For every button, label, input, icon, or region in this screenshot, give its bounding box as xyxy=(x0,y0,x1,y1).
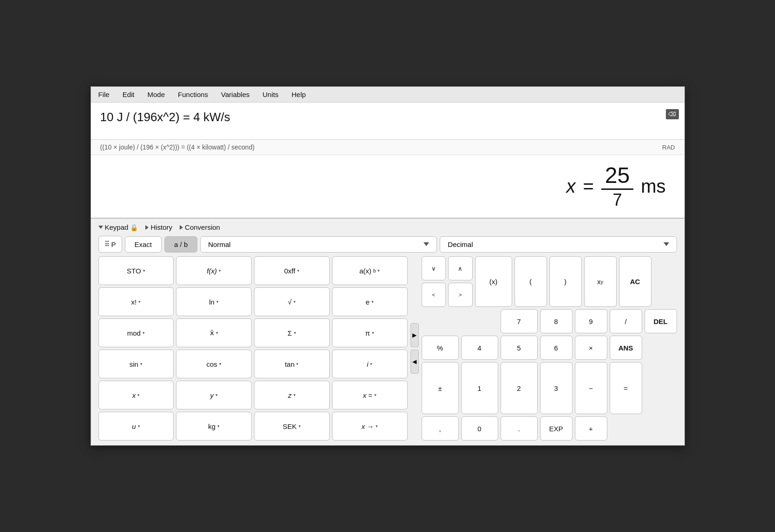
decimal-dropdown[interactable]: Decimal xyxy=(440,236,677,253)
exp-button[interactable]: EXP xyxy=(540,416,573,441)
six-button[interactable]: 6 xyxy=(540,336,573,360)
sin-button[interactable]: sin ▾ xyxy=(98,350,174,378)
keypad-header: Keypad 🔒 History Conversion xyxy=(98,223,677,231)
xbar-button[interactable]: x̄ ▾ xyxy=(176,318,252,347)
xy-button[interactable]: xy xyxy=(584,256,617,307)
keypad-chevron-down-icon xyxy=(98,226,103,229)
sek-button[interactable]: SEK ▾ xyxy=(254,412,330,441)
parsed-expression: ((10 × joule) / (196 × (x^2))) = ((4 × k… xyxy=(100,143,255,151)
del-button[interactable]: DEL xyxy=(645,309,677,333)
cos-button[interactable]: cos ▾ xyxy=(176,350,252,378)
menu-bar: File Edit Mode Functions Variables Units… xyxy=(91,87,684,103)
nine-button[interactable]: 9 xyxy=(575,309,607,333)
main-expression[interactable]: 10 J / (196x^2) = 4 kW/s xyxy=(100,110,675,124)
open-paren-button[interactable]: ( xyxy=(514,256,547,307)
nav-left-button[interactable]: ＜ xyxy=(422,283,446,307)
four-button[interactable]: 4 xyxy=(461,336,498,360)
conversion-chevron-right-icon xyxy=(180,225,183,230)
kg-button[interactable]: kg ▾ xyxy=(176,412,252,441)
three-button[interactable]: 3 xyxy=(540,362,573,414)
menu-edit[interactable]: Edit xyxy=(121,90,137,99)
decimal-chevron-down-icon xyxy=(664,242,669,246)
one-button[interactable]: 1 xyxy=(461,362,498,414)
multiply-button[interactable]: × xyxy=(575,336,607,360)
mod-button[interactable]: mod ▾ xyxy=(98,318,174,347)
zero-button[interactable]: 0 xyxy=(461,416,498,441)
history-toggle[interactable]: History xyxy=(145,223,172,231)
ab-mode-button[interactable]: a / b xyxy=(164,236,197,253)
keypad-section: Keypad 🔒 History Conversion ⠿ P Exact a xyxy=(91,219,684,445)
calculator-grid: STO ▾ f(x) ▾ 0xff ▾ a(x)b ▾ x! ▾ ln ▾ √ … xyxy=(98,256,677,441)
lock-icon: 🔒 xyxy=(130,224,138,231)
nav-right-button[interactable]: ＞ xyxy=(448,283,473,307)
fraction-denominator: 7 xyxy=(612,190,622,208)
menu-variables[interactable]: Variables xyxy=(219,90,251,99)
comma-button[interactable]: , xyxy=(422,416,459,441)
keypad-toggle[interactable]: Keypad 🔒 xyxy=(98,223,138,231)
minus-button[interactable]: − xyxy=(575,362,607,414)
input-area: 10 J / (196x^2) = 4 kW/s ⌫ xyxy=(91,103,684,140)
keypad-label: Keypad xyxy=(105,223,129,231)
divide-button[interactable]: / xyxy=(610,309,642,333)
history-label: History xyxy=(150,223,172,231)
equals-button[interactable]: = xyxy=(610,362,642,414)
seven-button[interactable]: 7 xyxy=(501,309,538,333)
nav-down-button[interactable]: ∨ xyxy=(422,256,446,280)
factorial-button[interactable]: x! ▾ xyxy=(98,287,174,316)
angle-mode: RAD xyxy=(662,144,675,151)
nav-up-button[interactable]: ∧ xyxy=(448,256,473,280)
pi-button[interactable]: π ▾ xyxy=(332,318,408,347)
paren-x-button[interactable]: (x) xyxy=(475,256,512,307)
u-var-button[interactable]: u ▾ xyxy=(98,412,174,441)
conversion-toggle[interactable]: Conversion xyxy=(180,223,220,231)
close-paren-button[interactable]: ) xyxy=(549,256,582,307)
sqrt-button[interactable]: √ ▾ xyxy=(254,287,330,316)
e-button[interactable]: e ▾ xyxy=(332,287,408,316)
grid-icon: ⠿ xyxy=(104,240,110,248)
expand-left-button[interactable]: ◀ xyxy=(410,350,419,374)
menu-functions[interactable]: Functions xyxy=(176,90,210,99)
five-button[interactable]: 5 xyxy=(501,336,538,360)
tan-button[interactable]: tan ▾ xyxy=(254,350,330,378)
normal-chevron-down-icon xyxy=(423,242,429,246)
hex-button[interactable]: 0xff ▾ xyxy=(254,256,330,285)
ac-button[interactable]: AC xyxy=(619,256,651,307)
x-equals-button[interactable]: x = ▾ xyxy=(332,381,408,409)
clear-button[interactable]: ⌫ xyxy=(666,109,679,119)
mode-row: ⠿ P Exact a / b Normal Decimal xyxy=(98,236,677,253)
fraction-numerator: 25 xyxy=(601,164,633,190)
sto-button[interactable]: STO ▾ xyxy=(98,256,174,285)
result-variable: x xyxy=(566,176,575,197)
result-fraction: 25 7 xyxy=(601,164,633,208)
calculator-window: File Edit Mode Functions Variables Units… xyxy=(91,86,685,446)
menu-units[interactable]: Units xyxy=(261,90,280,99)
plusminus-button[interactable]: ± xyxy=(422,362,459,414)
fx-button[interactable]: f(x) ▾ xyxy=(176,256,252,285)
menu-file[interactable]: File xyxy=(97,90,111,99)
menu-help[interactable]: Help xyxy=(290,90,308,99)
grid-mode-button[interactable]: ⠿ P xyxy=(98,236,122,253)
exact-mode-button[interactable]: Exact xyxy=(125,236,162,253)
plus-button[interactable]: + xyxy=(575,416,607,441)
menu-mode[interactable]: Mode xyxy=(146,90,167,99)
two-button[interactable]: 2 xyxy=(501,362,538,414)
normal-dropdown[interactable]: Normal xyxy=(200,236,437,253)
ans-button[interactable]: ANS xyxy=(610,336,642,360)
result-unit: ms xyxy=(641,176,665,197)
x-arrow-button[interactable]: x→ ▾ xyxy=(332,412,408,441)
z-var-button[interactable]: z ▾ xyxy=(254,381,330,409)
expand-right-button[interactable]: ▶ xyxy=(410,323,419,347)
result-expression: x = 25 7 ms xyxy=(566,164,665,208)
axb-button[interactable]: a(x)b ▾ xyxy=(332,256,408,285)
imaginary-button[interactable]: i ▾ xyxy=(332,350,408,378)
y-var-button[interactable]: y ▾ xyxy=(176,381,252,409)
conversion-label: Conversion xyxy=(185,223,220,231)
result-area: x = 25 7 ms xyxy=(91,155,684,219)
right-panel: ∨ ∧ ＜ ＞ (x) ( ) xy AC 7 8 xyxy=(422,256,677,441)
eight-button[interactable]: 8 xyxy=(540,309,573,333)
dot-button[interactable]: . xyxy=(501,416,538,441)
x-var-button[interactable]: x ▾ xyxy=(98,381,174,409)
ln-button[interactable]: ln ▾ xyxy=(176,287,252,316)
sigma-button[interactable]: Σ ▾ xyxy=(254,318,330,347)
percent-button[interactable]: % xyxy=(422,336,459,360)
